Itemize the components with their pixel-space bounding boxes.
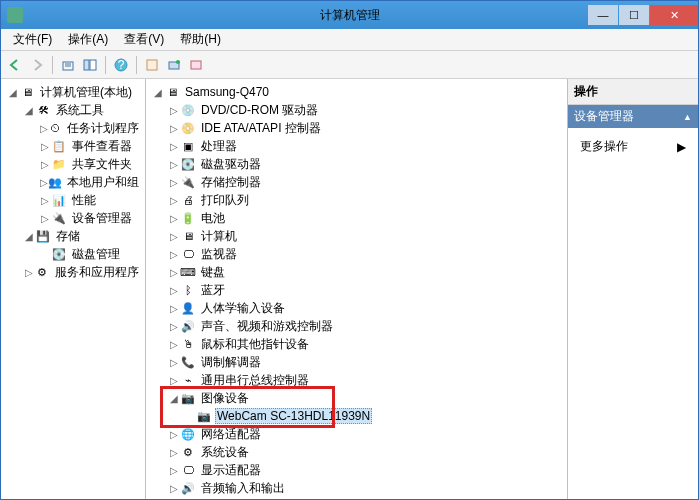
left-group[interactable]: ▷⚙服务和应用程序	[21, 263, 143, 281]
device-category[interactable]: ▷▣处理器	[166, 137, 565, 155]
menu-action[interactable]: 操作(A)	[60, 29, 116, 50]
tree-item[interactable]: ◢💾存储💽磁盘管理	[21, 227, 143, 263]
twisty-icon[interactable]: ▷	[168, 321, 180, 332]
tree-item[interactable]: ◢🖥计算机管理(本地)◢🛠系统工具▷⏲任务计划程序▷📋事件查看器▷📁共享文件夹▷…	[5, 83, 143, 281]
tree-item[interactable]: ▷🖨打印队列	[166, 191, 565, 209]
tree-item[interactable]: ▷▣处理器	[166, 137, 565, 155]
twisty-icon[interactable]: ▷	[39, 177, 48, 188]
twisty-icon[interactable]: ▷	[168, 465, 180, 476]
twisty-icon[interactable]: ▷	[23, 267, 35, 278]
tree-item[interactable]: ▷💿DVD/CD-ROM 驱动器	[166, 101, 565, 119]
left-group[interactable]: ◢💾存储	[21, 227, 143, 245]
tree-item[interactable]: ▷👤人体学输入设备	[166, 299, 565, 317]
twisty-icon[interactable]: ▷	[168, 339, 180, 350]
maximize-button[interactable]: ☐	[619, 5, 649, 25]
twisty-icon[interactable]: ▷	[168, 195, 180, 206]
help-button[interactable]: ?	[111, 55, 131, 75]
device-category[interactable]: ▷💿DVD/CD-ROM 驱动器	[166, 101, 565, 119]
tree-item[interactable]: ▷📁共享文件夹	[37, 155, 143, 173]
tree-item[interactable]: ▷🖵显示适配器	[166, 461, 565, 479]
tree-item[interactable]: ◢🖥Samsung-Q470▷💿DVD/CD-ROM 驱动器▷📀IDE ATA/…	[150, 83, 565, 497]
tree-item[interactable]: ▷ᛒ蓝牙	[166, 281, 565, 299]
more-actions[interactable]: 更多操作 ▶	[574, 134, 692, 159]
twisty-icon[interactable]: ▷	[168, 267, 180, 278]
webcam-device[interactable]: 📷WebCam SC-13HDL11939N	[182, 407, 565, 425]
menu-view[interactable]: 查看(V)	[116, 29, 172, 50]
twisty-icon[interactable]: ▷	[168, 105, 180, 116]
refresh-button[interactable]	[186, 55, 206, 75]
device-category[interactable]: ▷🔌存储控制器	[166, 173, 565, 191]
tree-item[interactable]: ▷📞调制解调器	[166, 353, 565, 371]
close-button[interactable]: ✕	[650, 5, 698, 25]
scan-button[interactable]	[164, 55, 184, 75]
twisty-icon[interactable]: ▷	[168, 429, 180, 440]
device-category[interactable]: ▷🖵监视器	[166, 245, 565, 263]
device-category[interactable]: ▷⌨键盘	[166, 263, 565, 281]
up-button[interactable]	[58, 55, 78, 75]
twisty-icon[interactable]: ◢	[7, 87, 19, 98]
tree-item[interactable]: ▷📋事件查看器	[37, 137, 143, 155]
twisty-icon[interactable]: ◢	[23, 231, 35, 242]
tree-item[interactable]: ▷⏲任务计划程序	[37, 119, 143, 137]
tree-item[interactable]: ▷⚙系统设备	[166, 443, 565, 461]
twisty-icon[interactable]: ▷	[168, 375, 180, 386]
left-item[interactable]: ▷⏲任务计划程序	[37, 119, 143, 137]
device-category[interactable]: ▷🔊声音、视频和游戏控制器	[166, 317, 565, 335]
actions-section[interactable]: 设备管理器 ▲	[568, 105, 698, 128]
left-root-node[interactable]: ◢🖥计算机管理(本地)	[5, 83, 143, 101]
tree-item[interactable]: ◢📷图像设备📷WebCam SC-13HDL11939N	[166, 389, 565, 425]
left-item[interactable]: 💽磁盘管理	[37, 245, 143, 263]
imaging-devices[interactable]: ◢📷图像设备	[166, 389, 565, 407]
twisty-icon[interactable]: ▷	[168, 447, 180, 458]
device-category[interactable]: ▷🔊音频输入和输出	[166, 479, 565, 497]
tree-item[interactable]: ▷👥本地用户和组	[37, 173, 143, 191]
left-item[interactable]: ▷📊性能	[37, 191, 143, 209]
device-category[interactable]: ▷ᛒ蓝牙	[166, 281, 565, 299]
tree-item[interactable]: ▷🖥计算机	[166, 227, 565, 245]
tree-item[interactable]: ▷⌨键盘	[166, 263, 565, 281]
twisty-icon[interactable]: ▷	[168, 213, 180, 224]
device-category[interactable]: ▷⚙系统设备	[166, 443, 565, 461]
tree-item[interactable]: ▷💽磁盘驱动器	[166, 155, 565, 173]
twisty-icon[interactable]: ▷	[168, 285, 180, 296]
twisty-icon[interactable]: ▷	[39, 195, 51, 206]
twisty-icon[interactable]: ◢	[23, 105, 35, 116]
device-category[interactable]: ▷👤人体学输入设备	[166, 299, 565, 317]
device-category[interactable]: ▷🖥计算机	[166, 227, 565, 245]
twisty-icon[interactable]: ▷	[39, 123, 49, 134]
tree-item[interactable]: ▷🖱鼠标和其他指针设备	[166, 335, 565, 353]
left-item[interactable]: ▷👥本地用户和组	[37, 173, 143, 191]
twisty-icon[interactable]: ▷	[168, 483, 180, 494]
tree-item[interactable]: ▷⚙服务和应用程序	[21, 263, 143, 281]
tree-item[interactable]: ▷📀IDE ATA/ATAPI 控制器	[166, 119, 565, 137]
minimize-button[interactable]: —	[588, 5, 618, 25]
tree-item[interactable]: ▷⌁通用串行总线控制器	[166, 371, 565, 389]
device-category[interactable]: ▷🌐网络适配器	[166, 425, 565, 443]
tree-item[interactable]: ▷🌐网络适配器	[166, 425, 565, 443]
twisty-icon[interactable]: ▷	[168, 123, 180, 134]
back-button[interactable]	[5, 55, 25, 75]
left-item[interactable]: ▷🔌设备管理器	[37, 209, 143, 227]
twisty-icon[interactable]: ▷	[168, 159, 180, 170]
left-item[interactable]: ▷📁共享文件夹	[37, 155, 143, 173]
tree-item[interactable]: ▷🔋电池	[166, 209, 565, 227]
tree-item[interactable]: 📷WebCam SC-13HDL11939N	[182, 407, 565, 425]
show-hide-tree-button[interactable]	[80, 55, 100, 75]
device-category[interactable]: ▷🖱鼠标和其他指针设备	[166, 335, 565, 353]
device-category[interactable]: ▷🔋电池	[166, 209, 565, 227]
forward-button[interactable]	[27, 55, 47, 75]
tree-item[interactable]: ▷🔌设备管理器	[37, 209, 143, 227]
twisty-icon[interactable]: ▷	[39, 159, 51, 170]
device-root[interactable]: ◢🖥Samsung-Q470	[150, 83, 565, 101]
twisty-icon[interactable]: ▷	[39, 213, 51, 224]
tree-item[interactable]: ▷🖵监视器	[166, 245, 565, 263]
device-category[interactable]: ▷📞调制解调器	[166, 353, 565, 371]
tree-item[interactable]: ◢🛠系统工具▷⏲任务计划程序▷📋事件查看器▷📁共享文件夹▷👥本地用户和组▷📊性能…	[21, 101, 143, 227]
device-category[interactable]: ▷🖵显示适配器	[166, 461, 565, 479]
twisty-icon[interactable]: ◢	[168, 393, 180, 404]
twisty-icon[interactable]: ▷	[39, 141, 51, 152]
twisty-icon[interactable]: ▷	[168, 141, 180, 152]
tree-item[interactable]: ▷📊性能	[37, 191, 143, 209]
twisty-icon[interactable]: ▷	[168, 249, 180, 260]
device-category[interactable]: ▷💽磁盘驱动器	[166, 155, 565, 173]
